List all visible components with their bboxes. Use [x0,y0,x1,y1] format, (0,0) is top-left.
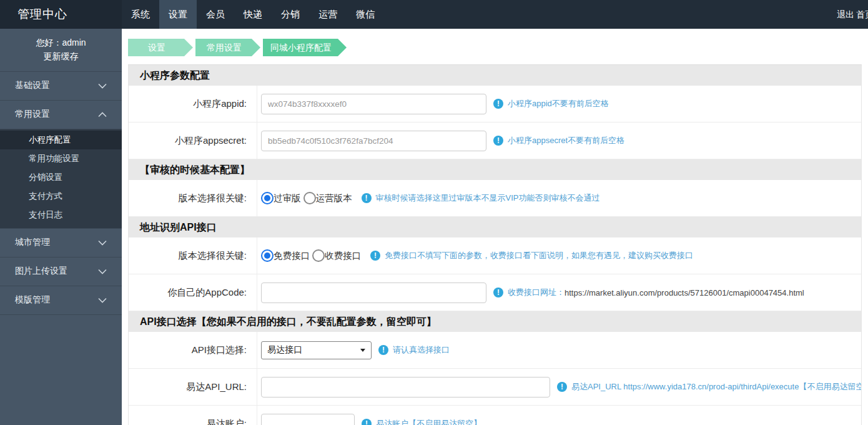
tip: ! 请认真选择接口 [372,344,450,356]
tip-text: 易达API_URL https://www.yida178.cn/prod-ap… [571,381,862,392]
form-row: 易达账户: ! 易达账户【不启用易达留空】 [129,406,861,425]
settings-form: 小程序参数配置 小程序appid: ! 小程序appid不要有前后空格 小程序a… [128,64,862,425]
sidebar-user-block: 您好：admin 更新缓存 [0,29,122,72]
top-nav-item[interactable]: 系统 [122,0,159,29]
tip-text: 免费接口不填写下面的参数，收费接口看下面说明，如果您有遇见，建议购买收费接口 [385,250,693,261]
form-row: API接口选择: 易达接口 ! 请认真选择接口 [129,332,861,369]
sidebar-group-label: 常用设置 [15,109,50,120]
tip: ! 小程序appid不要有前后空格 [486,98,609,109]
sidebar-group-header[interactable]: 基础设置 [0,72,122,101]
form-row-label: 易达API_URL: [129,369,257,405]
radio-option[interactable]: 过审版 [261,192,303,204]
sidebar-submenu-item[interactable]: 小程序配置 [0,131,122,149]
form-row-field: ! 易达API_URL https://www.yida178.cn/prod-… [257,369,862,405]
exclamation-icon: ! [378,345,388,355]
top-nav: 系统 设置 会员 快递 分销 运营 微信 [122,0,384,29]
form-row-field: ! 小程序appsecret不要有前后空格 [257,122,861,159]
radio-icon[interactable] [303,192,316,204]
sidebar-submenu-item[interactable]: 支付日志 [0,206,122,224]
breadcrumb-item[interactable]: 设置 [128,39,193,56]
top-nav-item[interactable]: 分销 [272,0,309,29]
greeting-text: 您好：admin [0,36,122,49]
exclamation-icon: ! [362,193,372,203]
form-row: 小程序appid: ! 小程序appid不要有前后空格 [129,86,861,122]
top-nav-item-label: 运营 [318,9,337,21]
top-nav-item[interactable]: 运营 [309,0,347,29]
chevron-icon [98,83,107,89]
app-title: 管理中心 [0,0,122,29]
top-nav-item-label: 系统 [131,9,150,21]
form-row-field: ! 易达账户【不启用易达留空】 [257,406,861,425]
form-row-field: 过审版 运营版本 ! 审核时候请选择这里过审版本不显示VIP功能否则审核不会通过 [257,180,861,216]
select-value: 易达接口 [267,344,302,356]
form-row: 小程序appsecret: ! 小程序appsecret不要有前后空格 [129,122,861,159]
form-row-label: API接口选择: [129,332,257,368]
sidebar-submenu-item[interactable]: 分销设置 [0,168,122,187]
exclamation-icon: ! [557,382,567,392]
top-nav-item[interactable]: 会员 [197,0,234,29]
exclamation-icon: ! [493,288,503,298]
text-input[interactable] [261,131,486,151]
sidebar-group-header[interactable]: 常用设置 [0,101,122,129]
form-row-label: 易达账户: [129,406,257,425]
sidebar-submenu-item[interactable]: 常用功能设置 [0,149,122,168]
top-nav-item-label: 设置 [169,9,187,21]
top-nav-item[interactable]: 微信 [347,0,384,29]
exclamation-icon: ! [493,136,503,146]
radio-icon[interactable] [312,249,325,262]
form-row: 版本选择很关键: 过审版 运营版本 ! 审核时候请选择这里过审版本不显示VIP功… [129,180,861,217]
breadcrumb: 设置常用设置同城小程序配置 [128,39,347,56]
form-section-header: 地址识别API接口 [129,217,861,238]
radio-icon[interactable] [261,192,274,204]
tip: ! 收费接口网址： https://market.aliyun.com/prod… [486,287,804,298]
refresh-cache-link[interactable]: 更新缓存 [0,49,122,63]
chevron-icon [98,269,107,274]
sidebar-group-label: 城市管理 [15,237,50,248]
form-row: 易达API_URL: ! 易达API_URL https://www.yida1… [129,369,861,406]
chevron-icon [98,240,107,246]
sidebar-menu: 基础设置 常用设置 小程序配置常用功能设置分销设置支付方式支付日志 城市管理 图… [0,72,122,315]
text-input[interactable] [261,414,355,425]
main-content: 设置常用设置同城小程序配置 小程序参数配置 小程序appid: ! 小程序app… [122,29,868,425]
sidebar-group-header[interactable]: 城市管理 [0,229,122,258]
top-nav-item[interactable]: 设置 [159,0,197,29]
top-navbar: 管理中心 系统 设置 会员 快递 分销 运营 微信 退出 首页 [0,0,868,29]
radio-icon[interactable] [261,249,274,262]
form-row-field: 易达接口 ! 请认真选择接口 [257,332,861,368]
sidebar-group: 基础设置 [0,72,122,101]
text-input[interactable] [261,282,486,303]
form-row-field: ! 收费接口网址： https://market.aliyun.com/prod… [257,274,861,311]
select-dropdown[interactable]: 易达接口 [261,341,372,359]
sidebar-group: 城市管理 [0,229,122,258]
text-input[interactable] [261,377,550,398]
text-input[interactable] [261,94,486,114]
sidebar-submenu-item[interactable]: 支付方式 [0,187,122,206]
logout-link[interactable]: 退出 [837,0,854,29]
tip: ! 审核时候请选择这里过审版本不显示VIP功能否则审核不会通过 [355,192,600,204]
tip: ! 易达API_URL https://www.yida178.cn/prod-… [550,381,862,392]
sidebar-group-header[interactable]: 模版管理 [0,286,122,315]
radio-option[interactable]: 运营版本 [303,192,355,204]
tip-text: 请认真选择接口 [393,344,450,356]
top-nav-item[interactable]: 快递 [234,0,272,29]
form-section-header: API接口选择【您如果不启用的接口，不要乱配置参数，留空即可】 [129,311,861,332]
radio-option-label: 免费接口 [274,250,310,262]
chevron-icon [98,112,107,118]
sidebar-group-header[interactable]: 图片上传设置 [0,258,122,286]
form-row-field: ! 小程序appid不要有前后空格 [257,86,861,122]
radio-option[interactable]: 收费接口 [312,249,363,262]
tip-text: 收费接口网址： [508,287,565,298]
home-link-clipped[interactable]: 首页 [856,0,868,29]
form-section-header: 【审核的时候基本配置】 [129,159,861,180]
exclamation-icon: ! [493,99,503,109]
radio-option[interactable]: 免费接口 [261,249,312,262]
breadcrumb-item[interactable]: 同城小程序配置 [263,39,347,56]
breadcrumb-item[interactable]: 常用设置 [195,39,260,56]
form-row-label: 小程序appsecret: [129,122,257,159]
tip: ! 免费接口不填写下面的参数，收费接口看下面说明，如果您有遇见，建议购买收费接口 [363,250,693,261]
top-nav-item-label: 分销 [281,9,300,21]
sidebar-group: 图片上传设置 [0,258,122,286]
form-row-label: 版本选择很关键: [129,238,257,274]
chevron-icon [98,298,107,303]
form-row-label: 版本选择很关键: [129,180,257,216]
